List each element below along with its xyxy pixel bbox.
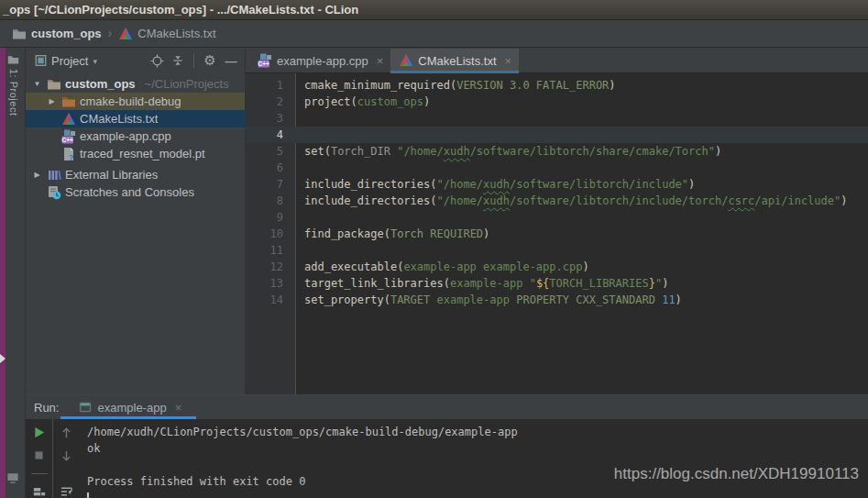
cmake-icon (399, 53, 413, 68)
toolbar-divider (31, 473, 48, 474)
window-titlebar: _ops [~/CLionProjects/custom_ops] - .../… (0, 0, 868, 20)
close-icon[interactable]: × (377, 54, 384, 68)
tree-item-cmake-build-debug[interactable]: ▶cmake-build-debug (26, 93, 245, 110)
code-line-2: 2project(custom_ops) (246, 94, 868, 110)
svg-text:?: ? (69, 152, 74, 161)
code-editor[interactable]: 1cmake_minimum_required(VERSION 3.0 FATA… (246, 73, 868, 394)
left-tool-window-bar: 1: Project (0, 48, 26, 498)
toolbar-divider (193, 53, 194, 68)
editor-tab-example-app-cpp[interactable]: C++example-app.cpp× (249, 49, 390, 72)
chevron-down-icon[interactable]: ▾ (93, 55, 97, 66)
code-line-4: 4 (246, 127, 868, 143)
svg-text:C++: C++ (62, 136, 73, 142)
active-tab-underline (60, 416, 196, 419)
close-icon[interactable]: × (175, 401, 182, 415)
project-panel-title[interactable]: Project (51, 54, 88, 68)
console-cursor-line (87, 490, 868, 498)
code-line-text: add_executable(example-app example-app.c… (296, 259, 589, 275)
code-lines: 1cmake_minimum_required(VERSION 3.0 FATA… (246, 73, 868, 308)
tree-item-traced-resnet-model-pt[interactable]: ?traced_resnet_model.pt (26, 145, 245, 162)
down-stack-trace-button[interactable] (58, 448, 74, 464)
breadcrumb-project[interactable]: custom_ops (31, 27, 102, 40)
code-line-text: include_directories("/home/xudh/software… (296, 193, 847, 209)
code-line-8: 8include_directories("/home/xudh/softwar… (246, 193, 868, 209)
code-line-9: 9 (246, 209, 868, 226)
project-tool-icon (7, 53, 19, 65)
tool-window-button-project[interactable]: 1: Project (7, 53, 19, 116)
soft-wrap-button[interactable] (58, 483, 74, 498)
restore-layout-button[interactable] (31, 484, 48, 498)
code-line-13: 13target_link_libraries(example-app "${T… (246, 275, 868, 292)
line-number: 1 (246, 77, 296, 94)
breadcrumb-file[interactable]: CMakeLists.txt (137, 27, 215, 40)
code-line-text: project(custom_ops) (296, 94, 430, 110)
expand-arrow-icon[interactable]: ▼ (31, 80, 43, 88)
line-number: 2 (246, 94, 296, 110)
scratches-icon (47, 185, 61, 200)
hide-panel-button[interactable]: — (223, 52, 239, 69)
gear-icon[interactable]: ⚙ (202, 52, 218, 69)
line-number: 7 (246, 176, 296, 193)
desktop-edge (0, 48, 5, 498)
console-line: ok (87, 440, 868, 457)
tree-item-label: CMakeLists.txt (80, 112, 158, 126)
close-icon[interactable]: × (505, 54, 512, 68)
run-tab-example-app[interactable]: example-app × (73, 401, 187, 415)
code-line-text: set(Torch_DIR "/home/xudh/software/libto… (296, 143, 721, 160)
tab-label: example-app.cpp (277, 54, 368, 68)
run-panel-header: Run: example-app × (26, 395, 868, 419)
editor-tab-bar: C++example-app.cpp×CMakeLists.txt× (246, 48, 868, 73)
tree-item-scratches-and-consoles[interactable]: Scratches and Consoles (26, 183, 245, 201)
cmake-icon (118, 27, 133, 41)
code-line-10: 10find_package(Torch REQUIRED) (246, 226, 868, 242)
collapse-all-button[interactable] (170, 52, 186, 69)
code-line-12: 12add_executable(example-app example-app… (246, 259, 868, 275)
tree-item-custom-ops[interactable]: ▼custom_ops~/CLionProjects (26, 75, 245, 93)
expand-arrow-icon[interactable]: ▶ (46, 97, 58, 105)
console-app-icon (79, 401, 92, 414)
run-toolbar-secondary (52, 419, 79, 498)
tree-item-label: External Libraries (65, 168, 158, 182)
locate-file-button[interactable] (148, 52, 165, 69)
code-line-7: 7include_directories("/home/xudh/softwar… (246, 176, 868, 193)
up-stack-trace-button[interactable] (58, 425, 74, 440)
tree-item-label: example-app.cpp (80, 129, 171, 143)
code-line-text: cmake_minimum_required(VERSION 3.0 FATAL… (296, 77, 616, 94)
cpp-icon: C++ (61, 129, 76, 144)
project-tree: ▼custom_ops~/CLionProjects▶cmake-build-d… (26, 73, 245, 201)
tree-item-label: cmake-build-debug (80, 94, 181, 108)
tree-item-cmakelists-txt[interactable]: CMakeLists.txt (26, 110, 245, 127)
code-line-14: 14set_property(TARGET example-app PROPER… (246, 292, 868, 308)
tree-item-example-app-cpp[interactable]: C++example-app.cpp (26, 127, 245, 145)
tree-item-external-libraries[interactable]: ▶External Libraries (26, 166, 245, 183)
code-line-text: target_link_libraries(example-app "${TOR… (296, 275, 668, 292)
run-panel-body: /home/xudh/CLionProjects/custom_ops/cmak… (26, 419, 868, 498)
line-number: 4 (246, 127, 296, 143)
console-line: /home/xudh/CLionProjects/custom_ops/cmak… (87, 424, 868, 440)
code-line-text (296, 160, 304, 176)
editor-area: C++example-app.cpp×CMakeLists.txt× 1cmak… (246, 48, 868, 394)
code-line-5: 5set(Torch_DIR "/home/xudh/software/libt… (246, 143, 868, 160)
project-panel-header: Project ▾ ⚙ — (26, 48, 245, 73)
code-line-11: 11 (246, 242, 868, 259)
cpp-icon: C++ (258, 53, 272, 68)
run-console-output[interactable]: /home/xudh/CLionProjects/custom_ops/cmak… (79, 419, 868, 498)
tool-window-switcher-icon[interactable] (6, 471, 19, 484)
code-line-text (296, 209, 304, 226)
run-panel-title: Run: (34, 401, 59, 415)
clion-window: _ops [~/CLionProjects/custom_ops] - .../… (0, 0, 868, 498)
editor-tab-cmakelists-txt[interactable]: CMakeLists.txt× (390, 49, 519, 72)
line-number: 8 (246, 193, 296, 209)
folder-icon (12, 27, 27, 41)
code-line-text (296, 110, 304, 127)
tab-label: CMakeLists.txt (418, 54, 496, 68)
code-line-text (296, 242, 304, 259)
run-tab-label: example-app (97, 401, 166, 415)
project-view-icon (35, 55, 47, 67)
libs-icon (47, 168, 61, 183)
code-line-text: find_package(Torch REQUIRED) (296, 226, 489, 242)
folder-build-icon (61, 94, 76, 109)
stop-button[interactable] (31, 448, 48, 462)
rerun-button[interactable] (31, 425, 48, 439)
expand-arrow-icon[interactable]: ▶ (31, 171, 43, 179)
